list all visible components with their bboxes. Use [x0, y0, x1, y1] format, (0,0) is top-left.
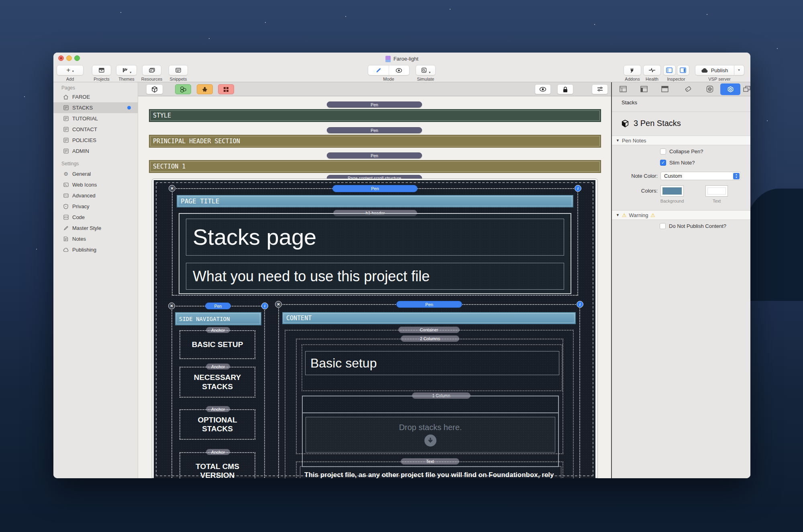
slim-note-checkbox[interactable]: ✓	[660, 160, 666, 166]
sidebar-item-general[interactable]: ⚙ General	[53, 169, 138, 179]
warning-section-header[interactable]: ▼ ⚠ Warning ⚠	[612, 210, 750, 220]
tab-windows[interactable]	[743, 85, 750, 93]
sidebar-item-stacks[interactable]: STACKS	[53, 102, 138, 113]
stack-mode-button[interactable]	[146, 84, 163, 94]
publish-button[interactable]: Publish	[695, 65, 734, 75]
sidebar-item-publishing[interactable]: Publishing	[53, 244, 138, 255]
stacks-library-button[interactable]	[175, 84, 191, 94]
pen-stack-handle[interactable]: Pen	[327, 127, 422, 133]
themes-button[interactable]: ▾	[116, 65, 137, 75]
background-color-well[interactable]	[660, 185, 684, 197]
section1-stack-bar[interactable]: SECTION 1	[149, 160, 601, 173]
left-sidebar-toggle-button[interactable]	[663, 65, 676, 75]
sidebar-item-advanced[interactable]: Advanced	[53, 190, 138, 201]
paragraph-line1[interactable]: This project file, as any other project …	[300, 467, 561, 478]
projects-button[interactable]	[92, 65, 111, 75]
style-stack-bar[interactable]: STYLE	[149, 109, 601, 122]
tab-page-layout[interactable]	[619, 85, 627, 93]
pen-stack-handle[interactable]: Pen	[327, 152, 422, 158]
subheading-text-box[interactable]: What you need to use this project file	[186, 263, 564, 290]
simulate-button[interactable]: ▾	[416, 65, 436, 75]
page-title-bar[interactable]: PAGE TITLE	[177, 195, 573, 207]
text-stack[interactable]: This project file, as any other project …	[296, 461, 563, 478]
sidebar-item-admin[interactable]: ADMIN	[53, 146, 138, 156]
titlebar[interactable]: Faroe-light	[53, 53, 750, 65]
pen-stack-handle-selected[interactable]: Pen	[332, 185, 418, 192]
heading-text-box[interactable]: Basic setup	[305, 351, 559, 375]
chevron-down-icon: ▾	[72, 69, 74, 73]
health-button[interactable]	[643, 65, 661, 75]
tab-page-sidebar[interactable]	[640, 85, 648, 93]
heading-cell[interactable]: Basic setup	[302, 344, 563, 391]
sidebar-item-tutorial[interactable]: TUTORIAL	[53, 113, 138, 124]
sidebar-item-policies[interactable]: POLICIES	[53, 135, 138, 146]
container-stack[interactable]: 2 Columns Basic setup 1 Column	[285, 330, 574, 478]
sidebar-item-master-style[interactable]: Master Style	[53, 223, 138, 234]
edit-canvas[interactable]: Pen STYLE Pen PRINCIPAL HEADER SECTION P…	[138, 96, 611, 478]
info-icon[interactable]: i	[261, 303, 268, 309]
drop-zone[interactable]: Drop stacks here.	[306, 417, 555, 453]
snippets-button[interactable]	[169, 65, 188, 75]
addons-library-button[interactable]	[197, 84, 213, 94]
sidebar-item-code[interactable]: Code	[53, 212, 138, 223]
sidebar-item-label: Web Icons	[72, 182, 97, 188]
two-columns-stack[interactable]: Basic setup 1 Column Drop stacks here.	[296, 339, 563, 454]
anchor-stack[interactable]: BASIC SETUP	[179, 330, 255, 359]
content-bar[interactable]: CONTENT	[282, 312, 576, 324]
star	[594, 24, 595, 25]
sidebar-item-contact[interactable]: CONTACT	[53, 124, 138, 135]
sidebar-item-web-icons[interactable]: Web Icons	[53, 179, 138, 190]
edit-mode-button[interactable]	[368, 65, 389, 75]
page-heading[interactable]: Stacks page	[186, 219, 564, 255]
tab-stacks-settings-selected[interactable]	[720, 83, 740, 95]
h1-header-stack[interactable]: Stacks page What you need to use this pr…	[179, 213, 571, 294]
collapse-pen-checkbox[interactable]	[660, 148, 666, 154]
snippet-icon	[175, 67, 181, 73]
info-icon[interactable]: i	[575, 185, 581, 192]
info-icon[interactable]: i	[577, 301, 583, 308]
content-pen-section[interactable]: Pen ✕ i CONTENT Container 2 Columns	[278, 304, 580, 478]
side-navigation-bar[interactable]: SIDE NAVIGATION	[175, 312, 261, 325]
addons-button[interactable]	[624, 65, 641, 75]
sidebar-item-privacy[interactable]: Privacy	[53, 201, 138, 212]
delete-stack-icon[interactable]: ✕	[169, 185, 175, 192]
sidebar-item-faroe[interactable]: FAROE	[53, 91, 138, 102]
delete-stack-icon[interactable]: ✕	[275, 301, 282, 308]
lock-button[interactable]	[557, 84, 573, 94]
heading-text-box[interactable]: Stacks page	[186, 219, 564, 256]
pen-stack-handle[interactable]: Pen	[327, 102, 422, 108]
side-navigation-pen-section[interactable]: Pen ✕ i SIDE NAVIGATION Anchor BASIC SET…	[171, 306, 265, 478]
text-box[interactable]: This project file, as any other project …	[300, 466, 561, 478]
anchor-stack[interactable]: TOTAL CMS VERSION	[179, 452, 255, 478]
do-not-publish-checkbox[interactable]	[660, 223, 666, 229]
health-label: Health	[643, 77, 661, 81]
pen-stack-handle-selected[interactable]: Pen	[205, 303, 231, 309]
page-subheading[interactable]: What you need to use this project file	[186, 263, 564, 289]
tab-metadata[interactable]	[684, 85, 692, 93]
resources-button[interactable]	[142, 65, 161, 75]
page-settings-button[interactable]	[592, 84, 608, 94]
sidebar-item-notes[interactable]: Notes	[53, 234, 138, 244]
desktop: Faroe-light + ▾ Add Projects	[0, 0, 803, 532]
note-color-select[interactable]: Custom ▲▼	[660, 172, 741, 180]
templates-library-button[interactable]	[218, 84, 234, 94]
tab-page-header[interactable]	[661, 85, 669, 93]
pen-stack-handle-selected[interactable]: Pen	[396, 301, 462, 308]
text-color-well[interactable]	[705, 185, 728, 197]
content-heading[interactable]: Basic setup	[306, 351, 559, 375]
publish-dropdown-button[interactable]: ▾	[734, 65, 744, 75]
add-button[interactable]: + ▾	[57, 65, 84, 75]
principal-header-stack-bar[interactable]: PRINCIPAL HEADER SECTION	[149, 135, 601, 148]
preview-mode-button[interactable]	[389, 65, 409, 75]
page-title-pen-section[interactable]: Pen ✕ i PAGE TITLE h1 header Stacks page…	[172, 188, 578, 296]
delete-stack-icon[interactable]: ✕	[168, 303, 175, 309]
anchor-stack[interactable]: NECESSARY STACKS	[179, 367, 255, 398]
pen-notes-section-header[interactable]: ▼ Pen Notes	[612, 136, 750, 145]
tab-theme[interactable]	[706, 85, 714, 93]
anchor-stack[interactable]: OPTIONAL STACKS	[179, 409, 255, 440]
preview-toggle-button[interactable]	[535, 84, 551, 94]
inspector-panel: Stacks 3 Pen Stacks ▼ Pen Notes Collapse…	[612, 82, 750, 478]
right-sidebar-toggle-button[interactable]	[677, 65, 689, 75]
one-column-stack[interactable]: Drop stacks here.	[302, 396, 559, 467]
page-dark-area[interactable]: Pen ✕ i PAGE TITLE h1 header Stacks page…	[154, 180, 595, 478]
